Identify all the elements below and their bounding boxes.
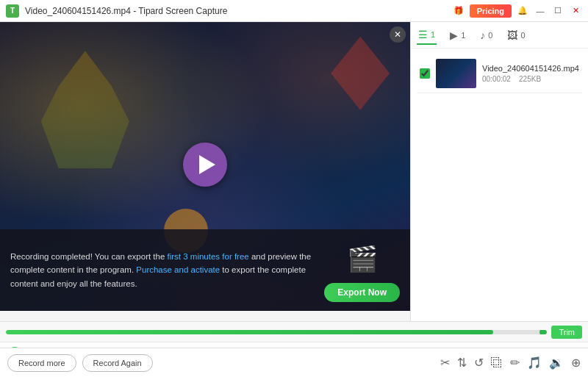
gift-icon: 🎁 — [452, 4, 465, 18]
title-bar-left: T Video_240604151426.mp4 - Tipard Screen… — [6, 4, 227, 18]
video-tab-icon: ▶ — [450, 29, 458, 41]
tab-audio[interactable]: ♪ 0 — [478, 26, 494, 44]
app-icon: T — [6, 4, 19, 18]
cut-icon[interactable]: ✂ — [440, 356, 450, 370]
rotate-icon[interactable]: ↺ — [474, 356, 484, 370]
maximize-button[interactable]: ☐ — [551, 4, 564, 18]
list-tab-icon: ☰ — [418, 29, 428, 40]
completion-text: Recording completed! You can export the … — [10, 250, 314, 290]
file-size: 225KB — [519, 75, 541, 83]
audio-icon[interactable]: 🎵 — [527, 356, 542, 370]
close-button[interactable]: ✕ — [569, 4, 582, 18]
minimize-button[interactable]: — — [534, 4, 547, 18]
purchase-link[interactable]: Purchase and activate — [136, 265, 220, 274]
main-layout: ✕ Recording completed! You can export th… — [0, 22, 588, 321]
adjust-icon[interactable]: ⇅ — [457, 356, 467, 370]
tab-list[interactable]: ☰ 1 — [417, 26, 437, 45]
panel-tabs: ☰ 1 ▶ 1 ♪ 0 🖼 0 — [411, 22, 588, 49]
video-tab-count: 1 — [461, 31, 465, 40]
file-duration: 00:00:02 — [482, 75, 511, 83]
export-now-button[interactable]: Export Now — [324, 283, 400, 302]
file-thumbnail — [436, 59, 476, 88]
export-box: 🎬 Export Now — [324, 238, 400, 302]
trim-button[interactable]: Trim — [551, 326, 582, 339]
video-area: ✕ Recording completed! You can export th… — [0, 22, 410, 311]
file-checkbox[interactable] — [420, 68, 430, 79]
file-info: Video_240604151426.mp4 00:00:02 225KB — [482, 64, 579, 83]
progress-thumb[interactable] — [539, 330, 547, 334]
progress-fill — [6, 330, 493, 334]
title-bar-right: 🎁 Pricing 🔔 — ☐ ✕ — [452, 4, 582, 18]
tab-video[interactable]: ▶ 1 — [448, 26, 467, 44]
record-more-button[interactable]: Record more — [7, 354, 76, 372]
progress-bar-area: Trim — [0, 321, 588, 342]
window-title: Video_240604151426.mp4 - Tipard Screen C… — [25, 6, 227, 16]
completion-overlay: Recording completed! You can export the … — [0, 229, 410, 311]
record-again-button[interactable]: Record Again — [82, 354, 153, 372]
pricing-button[interactable]: Pricing — [470, 4, 512, 18]
file-meta: 00:00:02 225KB — [482, 75, 579, 83]
progress-track[interactable] — [6, 330, 547, 334]
image-tab-icon: 🖼 — [507, 29, 517, 41]
free-export-link[interactable]: first 3 minutes for free — [168, 252, 249, 261]
export-icon-area: 🎬 — [337, 238, 388, 279]
more-icon[interactable]: ⊕ — [571, 356, 581, 370]
file-item: Video_240604151426.mp4 00:00:02 225KB — [417, 54, 582, 93]
play-button-overlay[interactable] — [183, 143, 227, 187]
image-tab-count: 0 — [520, 31, 525, 40]
volume-ctrl-icon[interactable]: 🔉 — [549, 356, 564, 370]
record-bar: Record more Record Again ✂ ⇅ ↺ ⿻ ✏ 🎵 🔉 ⊕ — [0, 348, 588, 377]
right-panel: ☰ 1 ▶ 1 ♪ 0 🖼 0 — [410, 22, 588, 321]
audio-tab-count: 0 — [488, 31, 492, 40]
title-bar: T Video_240604151426.mp4 - Tipard Screen… — [0, 0, 588, 22]
thumbnail-preview — [436, 59, 476, 88]
bell-icon[interactable]: 🔔 — [516, 4, 529, 18]
audio-tab-icon: ♪ — [480, 29, 485, 41]
close-overlay-button[interactable]: ✕ — [390, 26, 406, 43]
clone-icon[interactable]: ⿻ — [491, 356, 503, 370]
film-icon: 🎬 — [347, 244, 378, 273]
bottom-tools: ✂ ⇅ ↺ ⿻ ✏ 🎵 🔉 ⊕ — [440, 356, 581, 370]
tab-image[interactable]: 🖼 0 — [506, 26, 526, 44]
edit-icon[interactable]: ✏ — [510, 356, 520, 370]
list-tab-count: 1 — [431, 30, 435, 39]
file-name: Video_240604151426.mp4 — [482, 64, 579, 73]
completion-message-start: Recording completed! You can export the — [10, 252, 168, 261]
file-list: Video_240604151426.mp4 00:00:02 225KB — [411, 49, 588, 321]
